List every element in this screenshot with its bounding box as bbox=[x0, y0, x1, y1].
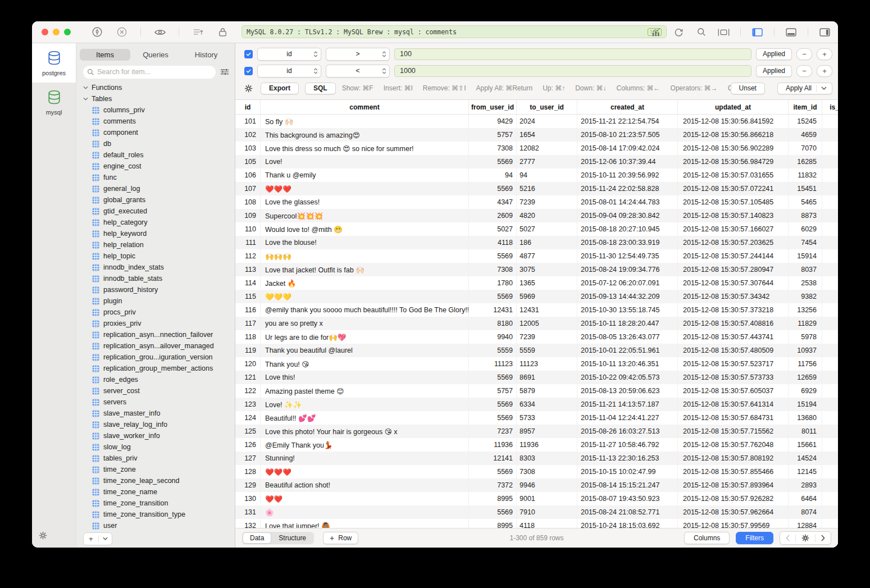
cell-is_[interactable] bbox=[822, 182, 838, 195]
cell-comment[interactable]: Love this photo! Your hair is gorgeous 😘… bbox=[261, 425, 469, 438]
cell-item_id[interactable]: 8011 bbox=[789, 425, 822, 438]
cell-is_[interactable] bbox=[822, 411, 838, 425]
filter-value-input[interactable] bbox=[394, 65, 751, 77]
table-row[interactable]: 103Love this dress so much 😍 so nice for… bbox=[235, 142, 838, 155]
cell-is_[interactable] bbox=[822, 492, 838, 505]
cell-is_[interactable] bbox=[822, 236, 838, 249]
cell-created_at[interactable]: 2015-11-21 14:13:57.187 bbox=[577, 398, 678, 411]
cell-comment[interactable]: Thank u @emily bbox=[261, 168, 469, 182]
cell-id[interactable]: 117 bbox=[235, 317, 261, 330]
table-row[interactable]: 131🌸556979102015-08-24 21:08:52.7712015-… bbox=[235, 505, 838, 519]
cell-item_id[interactable]: 2893 bbox=[789, 478, 822, 492]
sidebar-table-item[interactable]: columns_priv bbox=[76, 104, 235, 116]
cell-updated_at[interactable]: 2015-12-08 15:30:57.808192 bbox=[678, 452, 789, 465]
sidebar-table-item[interactable]: time_zone_transition_type bbox=[76, 509, 235, 520]
toggle-bottom-panel-icon[interactable] bbox=[785, 26, 797, 38]
cell-from_user_id[interactable]: 4118 bbox=[469, 236, 517, 249]
cell-item_id[interactable]: 11832 bbox=[789, 168, 822, 182]
cell-is_[interactable] bbox=[822, 249, 838, 263]
filter-sliders-icon[interactable] bbox=[220, 68, 229, 76]
table-row[interactable]: 121Love this!556986912015-10-22 09:42:05… bbox=[235, 371, 838, 384]
sidebar-table-item[interactable]: time_zone bbox=[76, 464, 235, 475]
cell-to_user_id[interactable]: 12431 bbox=[517, 303, 577, 317]
cell-comment[interactable]: Supercool💥💥💥 bbox=[261, 209, 469, 222]
cell-id[interactable]: 105 bbox=[235, 155, 261, 168]
cell-to_user_id[interactable]: 12082 bbox=[517, 142, 577, 155]
chevron-down-icon[interactable] bbox=[99, 537, 112, 540]
cell-updated_at[interactable]: 2015-12-08 15:30:57.166027 bbox=[678, 222, 789, 236]
cell-item_id[interactable]: 10937 bbox=[789, 344, 822, 357]
table-row[interactable]: 117you are so pretty x8180120052015-10-1… bbox=[235, 317, 838, 330]
cell-item_id[interactable]: 14524 bbox=[789, 452, 822, 465]
sidebar-table-item[interactable]: gtid_executed bbox=[76, 206, 235, 217]
cell-id[interactable]: 123 bbox=[235, 398, 261, 411]
table-row[interactable]: 125Love this photo! Your hair is gorgeou… bbox=[235, 425, 838, 438]
cell-item_id[interactable]: 6029 bbox=[789, 222, 822, 236]
cell-from_user_id[interactable]: 11936 bbox=[469, 438, 517, 452]
cell-from_user_id[interactable]: 5569 bbox=[469, 398, 517, 411]
cell-updated_at[interactable]: 2015-12-08 15:30:57.99569 bbox=[678, 519, 789, 528]
cell-created_at[interactable]: 2015-10-30 13:55:18.745 bbox=[577, 303, 678, 317]
table-row[interactable]: 114Jacket 🔥178013652015-07-12 06:20:07.0… bbox=[235, 276, 838, 290]
cell-is_[interactable] bbox=[822, 505, 838, 519]
cell-is_[interactable] bbox=[822, 276, 838, 290]
cell-updated_at[interactable]: 2015-12-08 15:30:57.031655 bbox=[678, 168, 789, 182]
cell-id[interactable]: 131 bbox=[235, 505, 261, 519]
cell-to_user_id[interactable]: 9946 bbox=[517, 478, 577, 492]
toggle-right-panel-icon[interactable] bbox=[819, 26, 831, 38]
cell-comment[interactable]: This background is amazing😍 bbox=[261, 128, 469, 142]
cell-updated_at[interactable]: 2015-12-08 15:30:57.684731 bbox=[678, 411, 789, 425]
cell-updated_at[interactable]: 2015-12-08 15:30:57.105485 bbox=[678, 195, 789, 209]
table-row[interactable]: 132Love that jumper! 🙆🏽899541182015-10-2… bbox=[235, 519, 838, 528]
cell-comment[interactable]: ❤️❤️ bbox=[261, 492, 469, 505]
sql-button[interactable]: SQL bbox=[305, 83, 336, 94]
sidebar-table-item[interactable]: global_grants bbox=[76, 194, 235, 206]
cell-comment[interactable]: Love that jacket! Outfit is fab 🙌🏻 bbox=[261, 263, 469, 276]
connection-icon[interactable] bbox=[91, 26, 103, 38]
table-row[interactable]: 105Love!556927772015-12-06 10:37:39.4420… bbox=[235, 155, 838, 168]
cell-to_user_id[interactable]: 1365 bbox=[517, 276, 577, 290]
cell-from_user_id[interactable]: 7237 bbox=[469, 425, 517, 438]
table-row[interactable]: 122Amazing pastel theme 😊575758792015-08… bbox=[235, 384, 838, 398]
filter-add-button[interactable]: + bbox=[817, 48, 832, 60]
cell-to_user_id[interactable]: 9001 bbox=[517, 492, 577, 505]
filter-value-input[interactable] bbox=[394, 48, 751, 60]
sidebar-table-item[interactable]: replication_group_member_actions bbox=[76, 363, 235, 374]
cell-item_id[interactable]: 5978 bbox=[789, 330, 822, 344]
filter-remove-button[interactable]: − bbox=[796, 65, 812, 77]
cell-created_at[interactable]: 2015-08-24 21:08:52.771 bbox=[577, 505, 678, 519]
filter-enabled-checkbox[interactable] bbox=[244, 67, 253, 75]
cell-id[interactable]: 110 bbox=[235, 222, 261, 236]
cell-is_[interactable] bbox=[822, 398, 838, 411]
cell-created_at[interactable]: 2015-09-13 14:44:32.209 bbox=[577, 290, 678, 303]
column-header-item_id[interactable]: item_id bbox=[789, 100, 822, 114]
cell-updated_at[interactable]: 2015-12-08 15:30:57.926282 bbox=[678, 492, 789, 505]
cell-id[interactable]: 113 bbox=[235, 263, 261, 276]
cell-to_user_id[interactable]: 8957 bbox=[517, 425, 577, 438]
cell-created_at[interactable]: 2015-08-05 13:26:43.077 bbox=[577, 330, 678, 344]
cell-id[interactable]: 128 bbox=[235, 465, 261, 478]
filter-operator-select[interactable]: > bbox=[326, 48, 390, 61]
tab-items[interactable]: Items bbox=[80, 49, 130, 61]
plus-icon[interactable]: + bbox=[84, 535, 98, 543]
cell-updated_at[interactable]: 2015-12-08 15:30:57.373218 bbox=[678, 303, 789, 317]
cell-updated_at[interactable]: 2015-12-08 15:30:57.762048 bbox=[678, 438, 789, 452]
cell-from_user_id[interactable]: 5569 bbox=[469, 505, 517, 519]
cell-created_at[interactable]: 2015-11-21 22:12:54.754 bbox=[577, 115, 678, 128]
lock-icon[interactable] bbox=[217, 26, 229, 38]
column-header-id[interactable]: id bbox=[235, 100, 261, 114]
table-row[interactable]: 109Supercool💥💥💥260948202015-09-04 09:28:… bbox=[235, 209, 838, 222]
cell-created_at[interactable]: 2015-08-26 16:03:27.513 bbox=[577, 425, 678, 438]
cell-id[interactable]: 119 bbox=[235, 344, 261, 357]
sidebar-table-item[interactable]: replication_grou...iguration_version bbox=[76, 352, 235, 363]
cell-is_[interactable] bbox=[822, 478, 838, 492]
cell-from_user_id[interactable]: 5569 bbox=[469, 411, 517, 425]
cell-id[interactable]: 126 bbox=[235, 438, 261, 452]
cell-id[interactable]: 125 bbox=[235, 425, 261, 438]
cell-comment[interactable]: Ur legs are to die for🙌💖 bbox=[261, 330, 469, 344]
cell-id[interactable]: 132 bbox=[235, 519, 261, 528]
table-row[interactable]: 123Love! ✨✨556963342015-11-21 14:13:57.1… bbox=[235, 398, 838, 411]
cell-from_user_id[interactable]: 7372 bbox=[469, 478, 517, 492]
sidebar-table-item[interactable]: slow_log bbox=[76, 441, 235, 453]
cell-item_id[interactable]: 6929 bbox=[789, 384, 822, 398]
